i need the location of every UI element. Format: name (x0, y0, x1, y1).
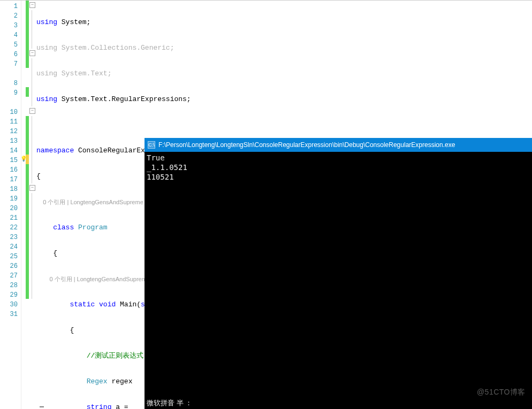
margin-marker (21, 308, 26, 318)
console-line: True (147, 153, 530, 163)
margin-marker (21, 135, 26, 145)
outline-node (29, 29, 36, 39)
keyword: using (36, 95, 57, 103)
text: System.Text.RegularExpressions; (57, 95, 191, 103)
outline-collapse-icon[interactable] (29, 1, 36, 10)
outline-node (29, 222, 36, 231)
code-line[interactable]: using System.Text; (36, 69, 532, 79)
margin-marker (21, 231, 26, 241)
type: Program (78, 223, 108, 231)
margin-marker (21, 145, 26, 155)
code-line[interactable]: using System; (36, 18, 532, 27)
line-number[interactable]: 25 (0, 252, 21, 261)
keyword: using (36, 44, 57, 52)
outline-node (29, 39, 36, 49)
line-number[interactable]: 30 (0, 300, 21, 310)
line-number[interactable]: 28 (0, 281, 21, 290)
margin-marker (21, 193, 26, 203)
line-number[interactable]: 14 (0, 146, 21, 156)
outline-node (29, 174, 36, 183)
ime-text: 微软拼音 半 ： (147, 398, 192, 408)
margin-marker (21, 1, 26, 10)
outline-node (29, 241, 36, 251)
outline-node (29, 193, 36, 203)
console-titlebar[interactable]: C:\ F:\Person\Longteng\LongtengSln\Conso… (145, 138, 532, 152)
line-number[interactable]: 19 (0, 194, 21, 204)
line-number[interactable]: 18 (0, 184, 21, 194)
outline-collapse-icon[interactable] (29, 49, 36, 58)
outline-node (29, 68, 36, 78)
outline-node (29, 164, 36, 174)
line-number[interactable]: 6 (0, 50, 21, 59)
line-number[interactable]: 27 (0, 271, 21, 281)
outline-node (29, 203, 36, 212)
text: System.Text; (57, 70, 111, 78)
code-line[interactable]: using System.Collections.Generic; (36, 43, 532, 53)
text: System; (57, 18, 90, 26)
line-number[interactable]: 12 (0, 127, 21, 136)
line-number[interactable]: 17 (0, 175, 21, 184)
type: Regex (87, 377, 108, 385)
margin-marker (21, 39, 26, 49)
line-number[interactable]: 24 (0, 242, 21, 252)
outline-node (29, 308, 36, 318)
outline-node (29, 87, 36, 97)
margin-marker (21, 78, 26, 87)
margin-marker (21, 68, 26, 78)
outline-node (29, 135, 36, 145)
outline-collapse-icon[interactable] (29, 106, 36, 116)
margin-marker (21, 289, 26, 299)
line-number[interactable]: 21 (0, 213, 21, 223)
margin-marker (21, 97, 26, 106)
margin-marker (21, 126, 26, 135)
outline-node (29, 78, 36, 87)
line-number[interactable]: 5 (0, 40, 21, 50)
outline-node (29, 251, 36, 260)
keyword: using (36, 70, 57, 78)
line-number[interactable]: 23 (0, 233, 21, 242)
line-number[interactable]: 3 (0, 21, 21, 30)
ime-status-bar: 微软拼音 半 ： (145, 397, 532, 409)
comment: //测试正则表达式 (87, 352, 144, 360)
line-number[interactable]: 31 (0, 310, 21, 319)
line-number-gutter[interactable]: 1234567891011121314151617181920212223242… (0, 1, 21, 409)
line-number[interactable]: 8 (0, 79, 21, 88)
line-number[interactable]: 9 (0, 88, 21, 98)
line-number[interactable]: 7 (0, 59, 21, 69)
text: regex (108, 377, 133, 385)
code-line[interactable]: using System.Text.RegularExpressions; (36, 95, 532, 104)
line-number[interactable] (0, 98, 21, 107)
outline-node (29, 58, 36, 68)
line-number[interactable]: 20 (0, 204, 21, 213)
keyword: static (70, 300, 95, 308)
text: { (36, 326, 74, 334)
outline-node (29, 231, 36, 241)
line-number[interactable]: 2 (0, 11, 21, 21)
line-number[interactable]: 16 (0, 165, 21, 175)
console-output[interactable]: True _1.1.0521 110521 (145, 152, 532, 409)
outlining-margin[interactable] (29, 1, 36, 409)
line-number[interactable]: 22 (0, 223, 21, 233)
outline-node (29, 270, 36, 280)
line-number[interactable]: 10 (0, 107, 21, 117)
code-line[interactable] (36, 120, 532, 130)
outline-collapse-icon[interactable] (29, 183, 36, 193)
lightbulb-icon[interactable] (21, 155, 26, 164)
line-number[interactable]: 15 (0, 156, 21, 165)
line-number[interactable]: 1 (0, 2, 21, 11)
line-number[interactable]: 4 (0, 30, 21, 40)
line-number[interactable]: 13 (0, 136, 21, 146)
margin-marker (21, 174, 26, 183)
line-number[interactable]: 29 (0, 290, 21, 300)
margin-marker (21, 183, 26, 193)
outline-node (29, 260, 36, 270)
console-line: 110521 (147, 172, 530, 182)
margin-marker (21, 251, 26, 260)
line-number[interactable]: 11 (0, 117, 21, 127)
line-number[interactable]: 26 (0, 261, 21, 271)
outline-node (29, 97, 36, 106)
outline-node (29, 116, 36, 126)
margin-marker (21, 299, 26, 308)
console-window[interactable]: C:\ F:\Person\Longteng\LongtengSln\Conso… (145, 138, 532, 409)
line-number[interactable] (0, 69, 21, 79)
